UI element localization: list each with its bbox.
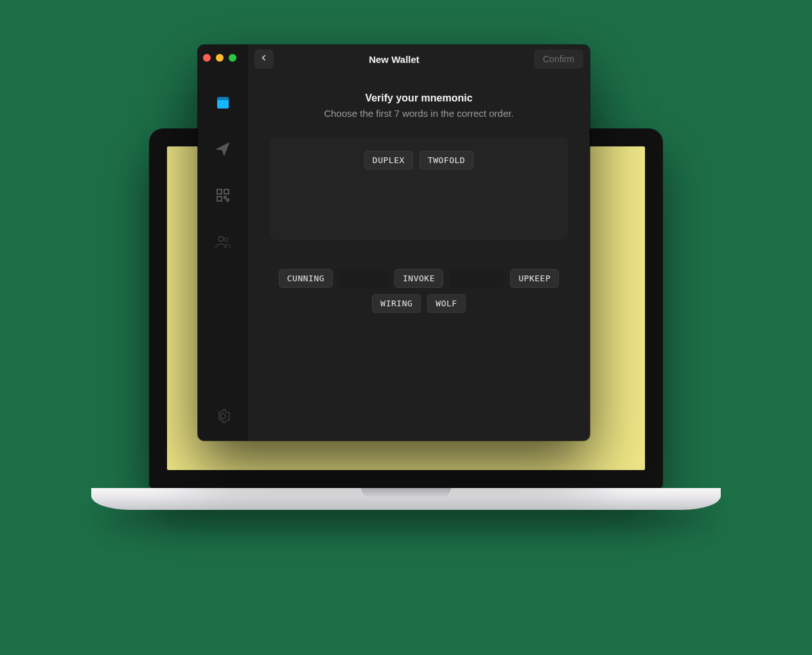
sidebar-item-contacts[interactable] [214, 234, 232, 252]
pool-word-used: DUPLEX [339, 269, 388, 288]
page-title: New Wallet [260, 54, 529, 65]
verify-heading: Verify your mnemonic [365, 92, 472, 104]
sidebar-item-send[interactable] [214, 141, 232, 159]
send-icon [215, 141, 231, 159]
sidebar-item-wallet[interactable] [214, 95, 232, 113]
svg-point-7 [218, 236, 224, 241]
svg-rect-3 [224, 189, 229, 194]
app-window: New Wallet Confirm Verify your mnemonic … [198, 45, 590, 441]
pool-word[interactable]: CUNNING [279, 269, 333, 288]
close-window-button[interactable] [203, 54, 211, 62]
svg-rect-1 [217, 97, 229, 100]
sidebar-item-receive[interactable] [214, 188, 232, 205]
verify-subheading: Choose the first 7 words in the correct … [324, 108, 513, 119]
traffic-lights[interactable] [203, 54, 236, 62]
sidebar [198, 45, 248, 441]
selected-word[interactable]: DUPLEX [364, 151, 413, 170]
main-panel: New Wallet Confirm Verify your mnemonic … [248, 45, 590, 441]
svg-rect-6 [227, 199, 229, 201]
laptop-base [91, 488, 721, 510]
pool-word-used: TWOFOLD [450, 269, 504, 288]
gear-icon [215, 408, 231, 426]
sidebar-item-settings[interactable] [214, 408, 232, 426]
sidebar-nav [214, 95, 232, 408]
word-pool: CUNNINGDUPLEXINVOKETWOFOLDUPKEEPWIRINGWO… [270, 269, 568, 313]
titlebar: New Wallet Confirm [248, 45, 590, 73]
svg-point-8 [224, 238, 228, 241]
selected-words-area[interactable]: DUPLEXTWOFOLD [270, 137, 568, 240]
pool-word[interactable]: UPKEEP [510, 269, 559, 288]
wallet-icon [215, 95, 231, 113]
contacts-icon [215, 234, 231, 252]
pool-word[interactable]: WIRING [372, 294, 421, 313]
qr-icon [215, 188, 231, 205]
content: Verify your mnemonic Choose the first 7 … [248, 73, 590, 441]
pool-word[interactable]: WOLF [427, 294, 465, 313]
minimize-window-button[interactable] [216, 54, 224, 62]
maximize-window-button[interactable] [229, 54, 236, 62]
svg-rect-5 [224, 197, 226, 198]
pool-word[interactable]: INVOKE [394, 269, 443, 288]
svg-rect-2 [217, 189, 222, 194]
selected-word[interactable]: TWOFOLD [419, 151, 473, 170]
svg-rect-4 [217, 197, 222, 201]
confirm-button[interactable]: Confirm [534, 49, 583, 69]
